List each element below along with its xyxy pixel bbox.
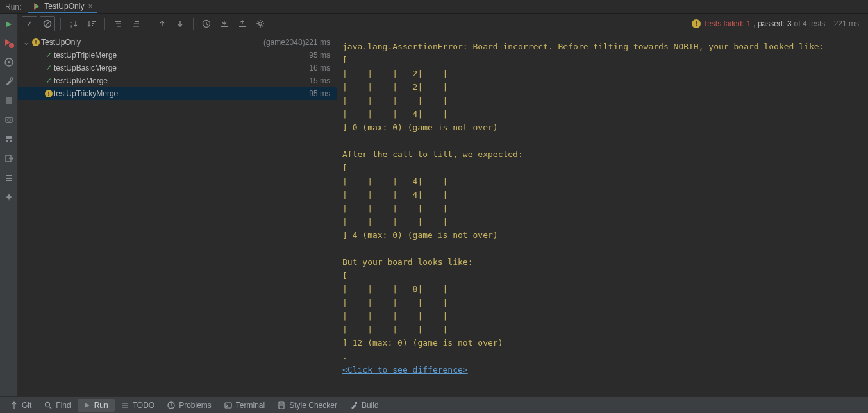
run-config-tab-bar: Run: TestUpOnly × <box>0 0 868 14</box>
fail-icon: ! <box>44 90 54 97</box>
svg-rect-54 <box>225 403 231 408</box>
tool-window-tab-git[interactable]: Git <box>4 399 38 412</box>
tool-window-tab-build[interactable]: Build <box>344 399 385 412</box>
test-method-row[interactable]: ✓testUpNoMerge15 ms <box>18 74 337 87</box>
test-method-name: testUpBasicMerge <box>54 63 309 72</box>
click-to-see-difference-link[interactable]: <Click to see difference> <box>342 365 468 375</box>
dump-threads-icon[interactable] <box>3 114 15 126</box>
tool-window-tab-label: Find <box>56 401 71 410</box>
tool-window-tab-terminal[interactable]: Terminal <box>218 399 271 412</box>
svg-rect-27 <box>135 21 139 22</box>
summary-passed-count: 3 <box>787 19 792 28</box>
tool-window-tab-label: Style Checker <box>289 401 337 410</box>
chevron-down-icon[interactable]: ⌄ <box>22 38 31 47</box>
svg-rect-16 <box>6 180 12 181</box>
next-failed-icon[interactable] <box>172 16 188 31</box>
svg-line-43 <box>49 407 51 409</box>
test-tree[interactable]: ⌄ ! TestUpOnly (game2048) 221 ms ✓testUp… <box>18 33 337 396</box>
tool-window-tab-label: Terminal <box>236 401 265 410</box>
rerun-failed-icon[interactable]: ! <box>3 37 15 49</box>
summary-passed-label: , passed: <box>753 19 785 28</box>
test-method-name: testUpTrickyMerge <box>54 89 309 98</box>
pin-icon[interactable] <box>3 191 15 203</box>
svg-text:1: 1 <box>70 20 72 24</box>
test-duration: 16 ms <box>309 63 330 72</box>
svg-rect-11 <box>6 140 8 142</box>
svg-rect-32 <box>239 26 246 27</box>
prev-failed-icon[interactable] <box>154 16 170 31</box>
svg-rect-58 <box>355 402 357 404</box>
stop-icon[interactable] <box>3 95 15 106</box>
tool-window-tab-label: Git <box>22 401 31 410</box>
svg-line-40 <box>258 25 258 26</box>
status-icon: ! <box>31 38 41 46</box>
export-tests-icon[interactable] <box>235 16 250 31</box>
svg-rect-24 <box>115 21 121 22</box>
tool-window-tab-label: Build <box>362 401 379 410</box>
tool-window-tab-run[interactable]: Run <box>78 399 115 412</box>
svg-rect-21 <box>92 21 96 22</box>
summary-suffix: of 4 tests – 221 ms <box>794 19 859 28</box>
restore-layout-icon[interactable] <box>3 133 15 145</box>
svg-rect-25 <box>116 23 121 24</box>
test-runner-settings-icon[interactable] <box>253 16 268 31</box>
test-class-row[interactable]: ⌄ ! TestUpOnly (game2048) 221 ms <box>18 36 337 49</box>
svg-rect-45 <box>122 403 124 404</box>
import-tests-icon[interactable] <box>217 16 232 31</box>
toggle-auto-test-icon[interactable] <box>3 56 15 68</box>
close-icon[interactable]: × <box>88 2 92 11</box>
collapse-all-icon[interactable] <box>128 16 144 31</box>
test-history-icon[interactable] <box>199 16 214 31</box>
separator <box>104 18 105 30</box>
rerun-icon[interactable]: ▶ <box>3 18 15 30</box>
test-duration: 95 ms <box>309 89 330 98</box>
tool-window-tab-find[interactable]: Find <box>38 399 77 412</box>
tool-window-tab-todo[interactable]: TODO <box>115 399 161 412</box>
svg-rect-49 <box>124 405 128 406</box>
show-passed-toggle[interactable]: ✓ <box>22 16 37 31</box>
svg-line-38 <box>258 21 258 21</box>
svg-rect-48 <box>124 403 128 404</box>
svg-rect-28 <box>134 23 139 24</box>
sort-alphabetically-icon[interactable]: 19 <box>66 16 81 31</box>
exit-icon[interactable] <box>3 153 15 164</box>
test-class-name: TestUpOnly <box>41 38 261 47</box>
svg-marker-44 <box>85 403 90 408</box>
svg-point-7 <box>10 78 13 80</box>
tool-window-tab-problems[interactable]: Problems <box>161 399 218 412</box>
git-icon <box>10 401 18 409</box>
problems-icon <box>167 401 175 409</box>
tool-window-tab-label: Run <box>94 401 108 410</box>
show-ignored-toggle[interactable] <box>40 16 55 31</box>
test-summary: ! Tests failed: 1 , passed: 3 of 4 tests… <box>692 19 864 28</box>
svg-rect-23 <box>92 25 93 26</box>
todo-icon <box>121 401 129 409</box>
expand-all-icon[interactable] <box>110 16 126 31</box>
summary-failed-count: 1 <box>747 19 751 28</box>
test-method-row[interactable]: !testUpTrickyMerge95 ms <box>18 87 337 100</box>
svg-rect-14 <box>6 175 12 176</box>
run-icon <box>84 402 90 409</box>
sort-by-duration-icon[interactable] <box>84 16 99 31</box>
svg-rect-26 <box>117 26 121 27</box>
console-output[interactable]: java.lang.AssertionError: Board incorrec… <box>337 33 868 396</box>
separator <box>60 18 61 30</box>
terminal-icon <box>224 401 232 409</box>
build-icon <box>350 401 358 409</box>
tool-window-tab-label: Problems <box>179 401 212 410</box>
test-method-row[interactable]: ✓testUpBasicMerge16 ms <box>18 62 337 74</box>
svg-rect-31 <box>221 26 228 27</box>
run-config-tab[interactable]: TestUpOnly × <box>28 1 97 13</box>
tool-window-bar: GitFindRunTODOProblemsTerminalStyle Chec… <box>0 396 868 413</box>
settings-wrench-icon[interactable] <box>3 76 15 87</box>
svg-line-41 <box>262 21 263 21</box>
test-method-row[interactable]: ✓testUpTripleMerge95 ms <box>18 49 337 62</box>
svg-rect-10 <box>6 136 12 139</box>
test-method-name: testUpTripleMerge <box>54 51 309 60</box>
separator <box>149 18 149 30</box>
svg-point-42 <box>46 402 50 407</box>
run-config-name: TestUpOnly <box>44 2 84 11</box>
svg-rect-29 <box>133 26 139 27</box>
layout-settings-icon[interactable] <box>3 172 15 183</box>
tool-window-tab-style-checker[interactable]: Style Checker <box>271 399 344 412</box>
